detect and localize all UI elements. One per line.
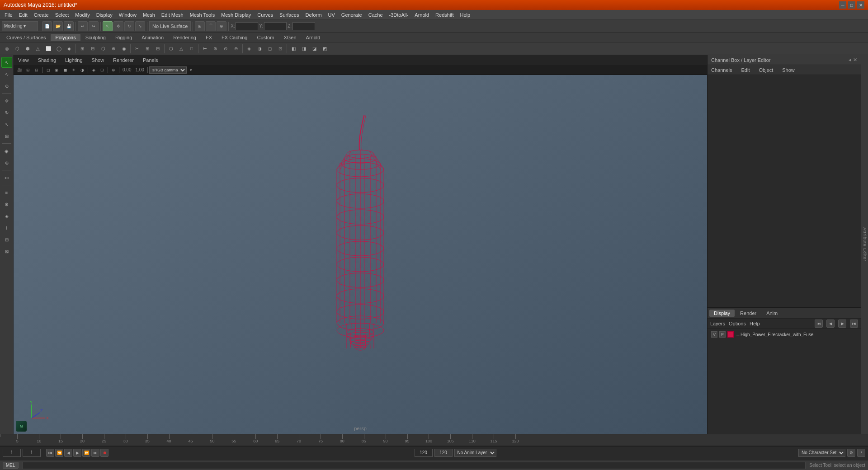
step-fwd-btn[interactable]: ⏩ <box>82 449 90 457</box>
range-start-input[interactable] <box>415 449 433 457</box>
select-tool[interactable]: ↖ <box>1 57 12 68</box>
layers-skip-fwd[interactable]: ⏭ <box>850 320 858 328</box>
minimize-button[interactable]: ─ <box>839 1 846 9</box>
gamma-settings-btn[interactable]: ▾ <box>187 66 195 74</box>
boolean-btn[interactable]: ⊖ <box>231 44 241 54</box>
character-set-select[interactable]: No Character Set <box>798 449 845 457</box>
menu-curves[interactable]: Curves <box>255 11 276 19</box>
tab-custom[interactable]: Custom <box>253 34 279 41</box>
vp-proj-btn[interactable]: ⊞ <box>24 66 32 74</box>
end-frame-input[interactable] <box>434 449 453 457</box>
menu--3dtoall-[interactable]: -3DtoAll- <box>387 11 411 19</box>
save-file-btn[interactable]: 💾 <box>64 21 74 31</box>
menu-select[interactable]: Select <box>52 11 72 19</box>
menu-window[interactable]: Window <box>116 11 139 19</box>
uv-btn[interactable]: ◧ <box>288 44 298 54</box>
start-frame-input[interactable] <box>3 449 21 457</box>
menu-generate[interactable]: Generate <box>339 11 365 19</box>
play-back-btn[interactable]: ◀ <box>64 449 72 457</box>
tab-rendering[interactable]: Rendering <box>169 34 201 41</box>
display-tab-display[interactable]: Display <box>709 310 735 317</box>
fill-hole-btn[interactable]: ◉ <box>119 44 129 54</box>
tab-sculpting[interactable]: Sculpting <box>81 34 110 41</box>
menu-help[interactable]: Help <box>457 11 473 19</box>
x-input[interactable] <box>236 22 258 30</box>
panels-menu[interactable]: Panels <box>141 56 160 64</box>
new-file-btn[interactable]: 📄 <box>42 21 52 31</box>
tab-xgen[interactable]: XGen <box>279 34 301 41</box>
skip-to-start-btn[interactable]: ⏮ <box>46 449 54 457</box>
layers-skip-back[interactable]: ⏮ <box>815 320 823 328</box>
scale-tool-left[interactable]: ⤡ <box>1 119 12 130</box>
texture-btn[interactable]: ⊡ <box>275 44 285 54</box>
close-button[interactable]: ✕ <box>857 1 864 9</box>
move-tool-btn[interactable]: ✥ <box>113 21 123 31</box>
multi-cut-btn[interactable]: ✂ <box>132 44 142 54</box>
transfer-btn[interactable]: ◨ <box>299 44 309 54</box>
snap-grid-btn[interactable]: ⊞ <box>195 21 205 31</box>
connect-btn[interactable]: ⊟ <box>153 44 163 54</box>
current-frame-input[interactable] <box>23 449 41 457</box>
menu-deform[interactable]: Deform <box>302 11 324 19</box>
rotate-tool-left[interactable]: ↻ <box>1 107 12 118</box>
move-tool-left[interactable]: ✥ <box>1 95 12 106</box>
rotate-tool-btn[interactable]: ↻ <box>124 21 134 31</box>
subdiv-icon-btn[interactable]: ◆ <box>64 44 74 54</box>
vp-smooth-btn[interactable]: ◉ <box>52 66 61 74</box>
show-manip-tool[interactable]: ⊕ <box>1 157 12 168</box>
tab-curves-surfaces[interactable]: Curves / Surfaces <box>2 34 50 41</box>
menu-display[interactable]: Display <box>94 11 115 19</box>
layer-visibility[interactable]: V <box>711 331 717 338</box>
undo-btn[interactable]: ↩ <box>78 21 88 31</box>
offset-btn[interactable]: ⊞ <box>142 44 152 54</box>
render-settings-left[interactable]: ⚙ <box>1 199 12 210</box>
paint-btn[interactable]: ◪ <box>309 44 319 54</box>
viewport-main[interactable]: X Y Z M persp <box>14 75 707 434</box>
paint-select-tool[interactable]: ⊙ <box>1 80 12 91</box>
mode-dropdown[interactable]: Modeling ▾ <box>2 21 38 31</box>
cube-icon-btn[interactable]: ⬡ <box>12 44 22 54</box>
cb-expand-btn[interactable]: ◂ <box>849 57 851 63</box>
cone-icon-btn[interactable]: △ <box>33 44 43 54</box>
menu-surfaces[interactable]: Surfaces <box>277 11 302 19</box>
extrude-btn[interactable]: ⊞ <box>77 44 87 54</box>
anim-layer-select[interactable]: No Anim Layer <box>454 449 496 457</box>
select-tool-btn[interactable]: ↖ <box>103 21 113 31</box>
quick-select-left[interactable]: ◈ <box>1 211 12 221</box>
vp-flat-btn[interactable]: ◼ <box>61 66 69 74</box>
layer-playback[interactable]: P <box>719 331 726 338</box>
tab-polygons[interactable]: Polygons <box>51 34 80 41</box>
menu-cache[interactable]: Cache <box>366 11 386 19</box>
tab-arnold[interactable]: Arnold <box>302 34 325 41</box>
universal-manip-left[interactable]: ⊞ <box>1 131 12 141</box>
display-tab-anim[interactable]: Anim <box>762 310 782 317</box>
vp-cam-btn[interactable]: 🎥 <box>15 66 24 74</box>
vp-bounding-btn[interactable]: ⊡ <box>98 66 106 74</box>
weight-btn[interactable]: ◩ <box>320 44 330 54</box>
vp-grid-btn[interactable]: ⊟ <box>33 66 41 74</box>
layer-color-swatch[interactable] <box>727 331 734 338</box>
combine-btn[interactable]: ⊛ <box>210 44 220 54</box>
tab-fx-caching[interactable]: FX Caching <box>217 34 252 41</box>
redo-btn[interactable]: ↪ <box>89 21 99 31</box>
menu-mesh-tools[interactable]: Mesh Tools <box>187 11 217 19</box>
record-btn[interactable]: ⏺ <box>100 449 108 457</box>
skip-to-end-btn[interactable]: ⏭ <box>91 449 99 457</box>
merge-btn[interactable]: ⊕ <box>108 44 118 54</box>
layers-prev[interactable]: ◀ <box>826 320 835 328</box>
cb-close-btn[interactable]: ✕ <box>853 57 857 63</box>
gamma-select[interactable]: sRGB gamma <box>149 66 187 74</box>
menu-mesh[interactable]: Mesh <box>140 11 158 19</box>
trax-editor-left[interactable]: ⊠ <box>1 246 12 257</box>
tab-animation[interactable]: Animation <box>137 34 168 41</box>
layers-menu[interactable]: Layers <box>710 321 725 326</box>
snap-curve-btn[interactable]: ⌒ <box>206 21 216 31</box>
vp-xray-btn[interactable]: ⊕ <box>109 66 118 74</box>
snap-point-btn[interactable]: ⊕ <box>217 21 226 31</box>
cylinder-icon-btn[interactable]: ⬢ <box>23 44 33 54</box>
bevel-btn[interactable]: ⬡ <box>98 44 108 54</box>
cb-tab-channels[interactable]: Channels <box>709 66 734 74</box>
playback-options-btn[interactable]: ⋮ <box>857 449 865 457</box>
menu-file[interactable]: File <box>2 11 15 19</box>
attribute-editor-tab[interactable]: Attribute Editor <box>861 55 868 434</box>
